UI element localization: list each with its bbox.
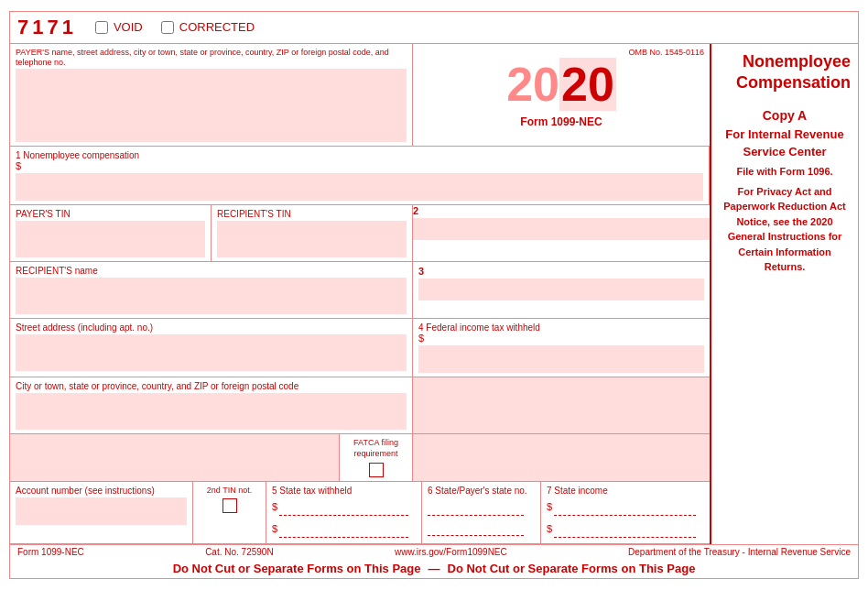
street-input[interactable] [16,334,407,371]
city-row: City or town, state or province, country… [10,377,710,434]
footer-top: Form 1099-NEC Cat. No. 72590N www.irs.go… [10,544,858,559]
payer-info-row: PAYER'S name, street address, city or to… [10,44,710,147]
footer-dash: — [429,562,440,575]
corrected-checkbox[interactable] [161,21,174,34]
street-label: Street address (including apt. no.) [16,322,407,333]
account-input[interactable] [16,497,187,525]
city-label: City or town, state or province, country… [16,381,407,391]
field1-label: 1 Nonemployee compensation [16,150,703,160]
field7-label: 7 State income [547,486,704,496]
corrected-label: CORRECTED [179,20,255,34]
field1-cell: 1 Nonemployee compensation $ [10,147,710,204]
left-section: PAYER'S name, street address, city or to… [10,44,711,545]
field1-row: 1 Nonemployee compensation $ [10,147,710,205]
void-group[interactable]: VOID [95,20,143,34]
year-left: 20 [506,58,559,111]
form-1099-nec: 7171 VOID CORRECTED PAYER'S name, street… [9,11,859,580]
field5-label: 5 State tax withheld [272,486,416,496]
street-row: Street address (including apt. no.) 4 Fe… [10,319,710,377]
void-checkbox[interactable] [95,21,108,34]
field1-input[interactable] [16,173,703,201]
field7-input2[interactable] [554,519,696,538]
recipient-tin-cell: RECIPIENT'S TIN [212,205,413,261]
recip-name-cell: RECIPIENT'S name [10,262,413,318]
fatca-check-cell: FATCA filing requirement [340,434,413,481]
tin2nd-label: 2nd TIN not. [207,486,252,495]
payer-tin-input[interactable] [16,221,205,257]
footer-cat: Cat. No. 72590N [205,547,274,557]
street-cell: Street address (including apt. no.) [10,319,413,377]
city-right-cell[interactable] [413,377,710,433]
payer-tin-cell: PAYER'S TIN [10,205,212,261]
field6-input1[interactable] [428,497,524,516]
field6-label: 6 State/Payer's state no. [428,486,535,496]
account-row: Account number (see instructions) 2nd TI… [10,482,710,544]
footer-url: www.irs.gov/Form1099NEC [395,547,507,557]
field4-input[interactable] [418,345,704,373]
footer-form: Form 1099-NEC [17,547,84,557]
fatca-right-cell [413,434,710,481]
payer-info-input[interactable] [16,69,407,142]
field5-dollar1: $ [272,501,277,512]
tin2nd-cell: 2nd TIN not. [193,482,266,543]
tin2nd-checkbox[interactable] [222,498,237,513]
state-tax-cell: 5 State tax withheld $ $ [266,482,422,543]
state-income-cell: 7 State income $ $ [541,482,710,543]
fatca-row: FATCA filing requirement [10,434,710,482]
year-display: 2020 [506,60,616,108]
copy-a-for: For Internal Revenue Service Center [719,126,851,159]
tin-row: PAYER'S TIN RECIPIENT'S TIN 2 [10,205,710,262]
recip-name-row: RECIPIENT'S name 3 [10,262,710,319]
corrected-group[interactable]: CORRECTED [161,20,255,34]
footer-donotcut1: Do Not Cut or Separate Forms on This Pag… [173,562,421,575]
recipient-tin-label: RECIPIENT'S TIN [217,209,407,219]
field4-label: 4 Federal income tax withheld [418,322,704,333]
field1-dollar: $ [16,160,21,171]
recip-name-label: RECIPIENT'S name [16,266,407,276]
right-sidebar: Nonemployee Compensation Copy A For Inte… [711,44,858,545]
omb-text: OMB No. 1545-0116 [418,48,704,57]
account-label: Account number (see instructions) [16,486,187,496]
top-bar: 7171 VOID CORRECTED [10,12,858,44]
field3-number: 3 [418,266,704,277]
recipient-tin-input[interactable] [217,221,407,257]
field7-dollar2: $ [547,523,552,534]
field5-dollar2: $ [272,523,277,534]
field3-input[interactable] [418,279,704,300]
footer-donotcut2: Do Not Cut or Separate Forms on This Pag… [448,562,696,575]
form-name-small: Form 1099-NEC [520,115,602,128]
fatca-left-cell [10,434,340,481]
field7-input1[interactable] [554,497,696,516]
city-cell: City or town, state or province, country… [10,377,413,433]
field2-input[interactable] [413,218,710,240]
field2-number: 2 [413,205,710,216]
year-right: 20 [559,58,616,111]
field2-cell: 2 [413,205,710,261]
form-number: 7171 [17,16,77,39]
main-content: PAYER'S name, street address, city or to… [10,44,858,545]
field4-dollar: $ [418,333,424,344]
fatca-checkbox[interactable] [369,463,384,477]
field5-input2[interactable] [279,519,408,538]
omb-year-cell: OMB No. 1545-0116 2020 Form 1099-NEC [413,44,710,146]
state-payer-cell: 6 State/Payer's state no. [422,482,541,543]
field4-cell: 4 Federal income tax withheld $ [413,319,710,377]
payer-info-label: PAYER'S name, street address, city or to… [16,48,407,69]
city-input[interactable] [16,393,407,430]
privacy-notice: For Privacy Act and Paperwork Reduction … [719,184,851,275]
file-with: File with Form 1096. [736,166,832,177]
field6-input2[interactable] [428,518,524,536]
void-label: VOID [114,20,143,34]
field7-dollar1: $ [547,501,552,512]
copy-a-label: Copy A [763,108,807,123]
field3-cell: 3 [413,262,710,318]
recip-name-input[interactable] [16,278,407,314]
payer-tin-label: PAYER'S TIN [16,209,205,219]
field5-input1[interactable] [279,497,408,516]
fatca-label: FATCA filing requirement [345,438,407,459]
account-cell: Account number (see instructions) [10,482,193,543]
footer-bottom: Do Not Cut or Separate Forms on This Pag… [10,559,858,578]
nonemployee-title: Nonemployee Compensation [719,51,851,94]
payer-info-cell: PAYER'S name, street address, city or to… [10,44,413,146]
footer-dept: Department of the Treasury - Internal Re… [628,547,851,557]
